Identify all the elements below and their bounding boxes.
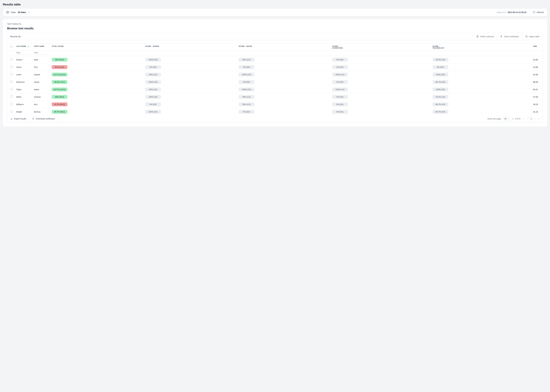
cell-score-maths: 100% (2/2) — [239, 73, 254, 77]
select-all-checkbox[interactable] — [10, 45, 13, 48]
send-certificates-button[interactable]: Send certificates — [497, 33, 522, 40]
card-subtitle: TEST RESULTS — [7, 23, 543, 25]
filter-first-name[interactable] — [34, 51, 48, 54]
cell-time: 08:55 — [531, 78, 543, 86]
filter-last-name[interactable] — [16, 51, 30, 54]
card-title: Browse test results — [7, 27, 543, 30]
col-total-score[interactable]: TOTAL SCORE — [50, 43, 144, 50]
cell-total-score: 41,7% (5/12) — [52, 102, 68, 106]
cell-score-technology: 33,3% (1/3) — [432, 95, 448, 99]
adjust-table-button[interactable]: Adjust table — [522, 33, 543, 40]
cell-score-human: 100% (2/2) — [145, 95, 161, 99]
delete-selected-button[interactable]: Delete selected — [473, 33, 497, 40]
trash-icon — [476, 35, 479, 38]
col-score-literature[interactable]: SCORE - LITERATURE — [330, 43, 431, 50]
rows-per-page-select[interactable]: 20 — [503, 117, 510, 121]
cell-first-name: Adam — [32, 86, 50, 93]
row-checkbox[interactable] — [10, 96, 13, 98]
col-score-technology[interactable]: SCORE - TECHNOLOGY — [431, 43, 531, 50]
download-certificates-label: Download certificates — [36, 118, 55, 120]
cell-time: 22:09 — [531, 71, 543, 78]
cell-time: 01:24 — [531, 108, 543, 116]
cell-total-score: 91,7% (11/12) — [52, 88, 68, 91]
cell-total-score: 8,3% (1/12) — [52, 65, 68, 69]
first-page-button[interactable]: |< — [522, 118, 525, 120]
col-first-name[interactable]: FIRST NAME — [32, 43, 50, 50]
cell-score-literature: 100% (1/1) — [332, 88, 348, 91]
cell-time: 03:47 — [531, 86, 543, 93]
col-score-maths[interactable]: SCORE - MATHS — [237, 43, 330, 50]
data-as-of: Data as of 2021-09-13 10:35:24 — [494, 9, 529, 16]
col-last-name[interactable]: LAST NAME ▲ — [14, 43, 32, 50]
col-first-name-label: FIRST NAME — [34, 45, 44, 47]
cell-first-name: Ann — [32, 101, 50, 108]
col-score-human-label: SCORE - HUMAN — [145, 45, 162, 47]
records-count: Records (8) — [7, 33, 473, 40]
cell-total-score: 91,7% (11/12) — [52, 73, 68, 77]
cell-total-score: 58,3% (7/12) — [52, 80, 68, 84]
col-time[interactable]: TIME — [531, 43, 543, 50]
delete-selected-label: Delete selected — [480, 35, 494, 38]
svg-point-1 — [7, 13, 7, 13]
results-table: LAST NAME ▲ FIRST NAME TOTAL SCORE SCORE… — [7, 43, 543, 122]
col-score-literature-label: SCORE - LITERATURE — [332, 45, 349, 49]
cell-last-name: White — [14, 93, 32, 101]
download-certificates-button[interactable]: Download certificates — [29, 115, 58, 122]
cell-score-technology: 66,7% (2/3) — [432, 80, 448, 84]
cell-score-maths: 50% (1/2) — [239, 58, 254, 62]
row-checkbox[interactable] — [10, 110, 13, 113]
cell-score-maths: 0% (0/2) — [239, 65, 254, 69]
cell-time: 27:09 — [531, 93, 543, 101]
table-row: TaylorAdam91,7% (11/12)50% (1/2)100% (2/… — [7, 86, 543, 93]
export-results-label: Export results — [14, 118, 26, 120]
cell-score-literature: 0% (0/1) — [332, 80, 348, 84]
row-checkbox[interactable] — [10, 73, 13, 76]
svg-point-3 — [8, 13, 8, 13]
cell-score-technology: 100% (3/3) — [432, 73, 448, 77]
table-row: LewisSophie91,7% (11/12)50% (1/2)100% (2… — [7, 71, 543, 78]
svg-point-4 — [501, 36, 502, 37]
refresh-icon — [533, 11, 535, 14]
row-checkbox[interactable] — [10, 58, 13, 61]
table-footer: Export results Download certificates Row… — [7, 115, 543, 122]
adjust-table-label: Adjust table — [529, 35, 540, 38]
table-row: WhiteAndrew50% (6/12)100% (2/2)50% (1/2)… — [7, 93, 543, 101]
records-bar: Records (8) Delete selected Send certifi… — [7, 33, 543, 40]
next-page-button[interactable]: > — [534, 118, 536, 120]
col-total-score-label: TOTAL SCORE — [52, 45, 64, 47]
table-row: JonesTom8,3% (1/12)0% (0/2)0% (0/2)0% (0… — [7, 63, 543, 71]
dates-filter[interactable]: Dates All dates — [3, 9, 494, 16]
cell-score-human: 0% (0/2) — [145, 65, 161, 69]
row-checkbox[interactable] — [10, 88, 13, 90]
sort-asc-icon: ▲ — [28, 45, 29, 47]
last-page-button[interactable]: >| — [537, 118, 540, 120]
cell-first-name: Tom — [32, 63, 50, 71]
dates-label: Dates — [11, 11, 16, 14]
results-card: TEST RESULTS Browse test results Records… — [3, 19, 547, 126]
cell-score-maths: 100% (2/2) — [239, 88, 254, 91]
row-checkbox[interactable] — [10, 66, 13, 68]
refresh-button[interactable]: Refresh — [529, 9, 547, 16]
cell-score-literature: 100% (1/1) — [332, 73, 348, 77]
chevron-down-icon — [28, 11, 30, 14]
row-checkbox[interactable] — [10, 81, 13, 83]
table-row: DaviesKate50% (6/12)100% (2/2)50% (1/2)0… — [7, 56, 543, 63]
cell-first-name: Kate — [32, 56, 50, 63]
topbar: Dates All dates Data as of 2021-09-13 10… — [3, 8, 547, 16]
export-icon — [10, 118, 13, 120]
prev-page-button[interactable]: < — [526, 118, 528, 120]
rows-per-page-value: 20 — [504, 118, 507, 120]
data-as-of-label: Data as of — [497, 11, 506, 14]
cell-score-maths: 50% (1/2) — [239, 102, 254, 106]
range-text: 1 - 8 of 8 — [513, 118, 520, 120]
cell-time: 23:30 — [531, 56, 543, 63]
cell-last-name: Lewis — [14, 71, 32, 78]
row-checkbox[interactable] — [10, 103, 13, 105]
col-last-name-label: LAST NAME — [16, 45, 26, 47]
export-results-button[interactable]: Export results — [7, 115, 29, 122]
col-score-human[interactable]: SCORE - HUMAN — [144, 43, 237, 50]
cell-score-human: 50% (1/2) — [145, 73, 161, 77]
svg-rect-5 — [526, 36, 527, 37]
dates-value: All dates — [18, 11, 26, 14]
table-row: RobinsonSylvia58,3% (7/12)100% (2/2)0% (… — [7, 78, 543, 86]
